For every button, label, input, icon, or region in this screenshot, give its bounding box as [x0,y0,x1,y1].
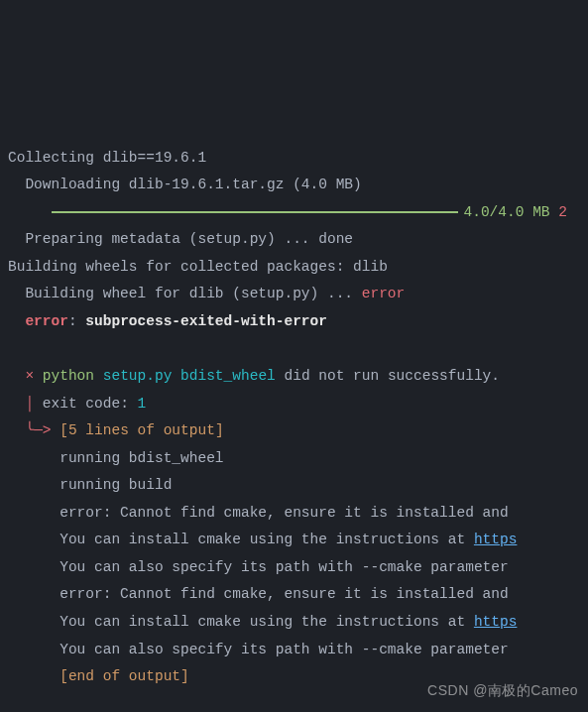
elbow-icon: ╰─> [8,422,59,438]
pipe-icon: │ [8,396,43,412]
progress-bar-icon [52,211,458,213]
line-cross-cmd: × python setup.py bdist_wheel did not ru… [8,368,500,384]
cross-icon: × [8,368,43,384]
line-out-3: error: Cannot find cmake, ensure it is i… [8,505,509,521]
line-out-5: You can also specify its path with --cma… [8,559,509,575]
watermark-text: CSDN @南极的Cameo [427,677,578,704]
line-out-6: error: Cannot find cmake, ensure it is i… [8,586,509,602]
line-exit-code: │ exit code: 1 [8,396,146,412]
line-out-1: running bdist_wheel [8,450,224,466]
blank-2 [8,696,17,712]
progress-trail: 2 [558,204,567,220]
line-downloading: Downloading dlib-19.6.1.tar.gz (4.0 MB) [8,177,362,192]
line-out-7: You can install cmake using the instruct… [8,614,517,630]
line-out-8: You can also specify its path with --cma… [8,642,509,657]
line-building-wheel: Building wheel for dlib (setup.py) ... e… [8,286,405,301]
progress-text: 4.0/4.0 MB [464,204,550,220]
line-out-4: You can install cmake using the instruct… [8,532,517,547]
cmake-link-2[interactable]: https [474,614,518,630]
blank-1 [8,341,17,357]
line-output-header: ╰─> [5 lines of output] [8,422,224,438]
terminal-output: Collecting dlib==19.6.1 Downloading dlib… [8,117,588,712]
line-end-output: [end of output] [8,668,189,684]
line-preparing: Preparing metadata (setup.py) ... done [8,231,353,247]
line-building-wheels: Building wheels for collected packages: … [8,259,388,275]
line-error-1: error: subprocess-exited-with-error [8,313,327,329]
cmake-link-1[interactable]: https [474,532,518,547]
progress-line: 4.0/4.0 MB 2 [8,204,567,220]
line-out-2: running build [8,477,172,493]
line-collecting: Collecting dlib==19.6.1 [8,150,206,166]
